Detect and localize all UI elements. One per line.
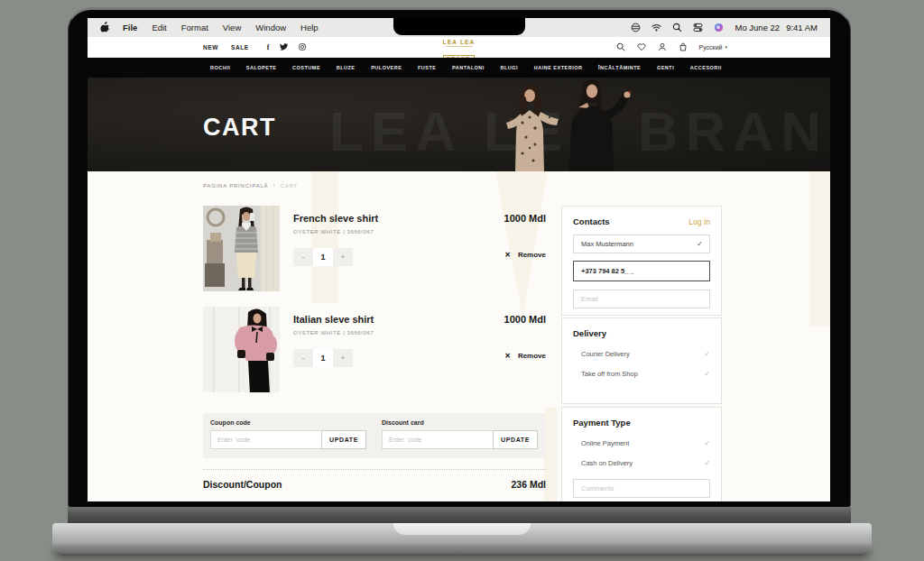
check-icon: ✓ bbox=[704, 439, 710, 447]
brand-logo-divider bbox=[446, 46, 473, 47]
coupon-update-button[interactable]: UPDATE bbox=[321, 430, 366, 449]
menu-window[interactable]: Window bbox=[255, 23, 286, 32]
apple-menu-icon[interactable] bbox=[100, 22, 110, 33]
instagram-icon[interactable] bbox=[299, 43, 306, 51]
language-label: Русский bbox=[699, 44, 723, 51]
menu-file[interactable]: File bbox=[123, 23, 137, 32]
laptop-thumb-scoop bbox=[393, 523, 531, 535]
product-title[interactable]: French sleve shirt bbox=[293, 213, 378, 224]
remove-icon: ✕ bbox=[504, 251, 511, 259]
quantity-increase-button[interactable]: + bbox=[333, 248, 353, 266]
breadcrumb-home[interactable]: PAGINA PRINCIPALĂ bbox=[203, 183, 268, 189]
twitter-icon[interactable] bbox=[280, 43, 288, 51]
wishlist-heart-icon[interactable] bbox=[637, 42, 646, 51]
summary-value: 236 Mdl bbox=[511, 479, 546, 490]
cart-item: Italian sleve shirt OYSTER WHITE | 3666/… bbox=[203, 307, 546, 393]
delivery-option-pickup[interactable]: Take off from Shop ✓ bbox=[573, 370, 710, 378]
option-label: Take off from Shop bbox=[581, 370, 638, 378]
remove-item-button[interactable]: ✕ Remove bbox=[504, 352, 546, 360]
nav-blugi[interactable]: BLUGI bbox=[500, 65, 518, 70]
page-title: CART bbox=[203, 114, 276, 142]
discount-card-label: Discount card bbox=[382, 419, 538, 426]
nav-rochii[interactable]: ROCHII bbox=[210, 65, 230, 70]
quantity-decrease-button[interactable]: - bbox=[293, 349, 313, 367]
shopping-bag-icon[interactable] bbox=[679, 42, 688, 51]
nav-haine-exterior[interactable]: HAINE EXTERIOR bbox=[534, 65, 583, 70]
product-price: 1000 Mdl bbox=[504, 314, 546, 325]
nav-fuste[interactable]: FUSTE bbox=[418, 65, 437, 70]
product-image[interactable] bbox=[203, 206, 280, 291]
option-label: Online Payment bbox=[581, 439, 629, 447]
menu-format[interactable]: Format bbox=[181, 23, 208, 32]
remove-item-button[interactable]: ✕ Remove bbox=[504, 251, 546, 259]
remove-label: Remove bbox=[518, 251, 546, 259]
check-icon: ✓ bbox=[704, 350, 710, 358]
summary-label: Discount/Coupon bbox=[203, 479, 282, 490]
cart-item: French sleve shirt OYSTER WHITE | 3666/0… bbox=[203, 206, 546, 292]
breadcrumb: PAGINA PRINCIPALĂ › CART bbox=[203, 182, 298, 189]
option-label: Courier Delivery bbox=[581, 350, 630, 358]
coupon-panel: Coupon code UPDATE Discount card UPDATE bbox=[203, 413, 546, 458]
menu-view[interactable]: View bbox=[223, 23, 241, 32]
discount-card-input[interactable] bbox=[382, 430, 494, 449]
quantity-stepper: - 1 + bbox=[293, 349, 353, 367]
siri-icon[interactable] bbox=[714, 23, 724, 32]
menubar-clock[interactable]: Mo June 22 9:41 AM bbox=[735, 23, 818, 32]
quantity-stepper: - 1 + bbox=[293, 248, 353, 266]
product-variant: OYSTER WHITE | 3666/067 bbox=[293, 330, 374, 336]
payment-option-cash[interactable]: Cash on Delivery ✓ bbox=[573, 459, 710, 467]
laptop-hinge bbox=[68, 507, 851, 523]
wifi-icon[interactable] bbox=[651, 23, 661, 32]
facebook-icon[interactable]: f bbox=[267, 43, 270, 51]
page-content: PAGINA PRINCIPALĂ › CART bbox=[88, 171, 830, 501]
hero-banner: LEA LEA BRAND CART bbox=[88, 78, 830, 171]
nav-genti[interactable]: GENTI bbox=[657, 65, 674, 70]
system-status-icon[interactable] bbox=[631, 23, 641, 32]
category-nav: ROCHII SALOPETE COSTUME BLUZE PULOVERE F… bbox=[88, 58, 830, 78]
comments-input[interactable] bbox=[573, 479, 710, 498]
payment-title: Payment Type bbox=[573, 418, 710, 428]
nav-incaltaminte[interactable]: ÎNCĂLȚĂMINTE bbox=[598, 65, 641, 70]
product-title[interactable]: Italian sleve shirt bbox=[293, 314, 374, 325]
nav-salopete[interactable]: SALOPETE bbox=[246, 65, 277, 70]
nav-costume[interactable]: COSTUME bbox=[292, 65, 320, 70]
contacts-title: Contacts bbox=[573, 216, 610, 226]
delivery-title: Delivery bbox=[573, 328, 710, 338]
watermark-shape bbox=[544, 408, 557, 501]
search-icon[interactable] bbox=[616, 42, 625, 51]
remove-label: Remove bbox=[518, 352, 546, 360]
menu-edit[interactable]: Edit bbox=[152, 23, 166, 32]
language-selector[interactable]: Русский ▾ bbox=[699, 44, 728, 51]
control-center-icon[interactable] bbox=[693, 23, 703, 32]
discount-update-button[interactable]: UPDATE bbox=[493, 430, 538, 449]
login-link[interactable]: Log In bbox=[688, 217, 710, 226]
quantity-increase-button[interactable]: + bbox=[333, 349, 353, 367]
nav-bluze[interactable]: BLUZE bbox=[337, 65, 356, 70]
coupon-code-input[interactable] bbox=[210, 430, 322, 449]
hero-models-image bbox=[483, 78, 674, 171]
menubar-date: Mo June 22 bbox=[735, 23, 780, 32]
product-image[interactable] bbox=[203, 307, 280, 392]
quantity-decrease-button[interactable]: - bbox=[293, 248, 313, 266]
nav-pantaloni[interactable]: PANTALONI bbox=[452, 65, 485, 70]
watermark-shape bbox=[809, 171, 830, 326]
payment-option-online[interactable]: Online Payment ✓ bbox=[573, 439, 710, 447]
account-icon[interactable] bbox=[658, 42, 667, 51]
product-price: 1000 Mdl bbox=[504, 213, 546, 224]
laptop-base bbox=[52, 523, 872, 545]
nav-accesorii[interactable]: ACCESORII bbox=[690, 65, 722, 70]
phone-input[interactable] bbox=[573, 261, 710, 281]
nav-pulovere[interactable]: PULOVERE bbox=[371, 65, 402, 70]
spotlight-search-icon[interactable] bbox=[672, 23, 682, 32]
coupon-code-label: Coupon code bbox=[210, 419, 366, 426]
link-new[interactable]: NEW bbox=[203, 44, 218, 51]
delivery-option-courier[interactable]: Courier Delivery ✓ bbox=[573, 350, 710, 358]
laptop-base-edge bbox=[52, 545, 872, 556]
chevron-down-icon: ▾ bbox=[725, 44, 727, 50]
check-icon: ✓ bbox=[704, 370, 710, 378]
menu-help[interactable]: Help bbox=[300, 23, 319, 32]
link-sale[interactable]: SALE bbox=[231, 44, 249, 51]
name-input[interactable] bbox=[573, 235, 710, 253]
menubar-time: 9:41 AM bbox=[786, 23, 818, 32]
email-input[interactable] bbox=[573, 290, 710, 308]
